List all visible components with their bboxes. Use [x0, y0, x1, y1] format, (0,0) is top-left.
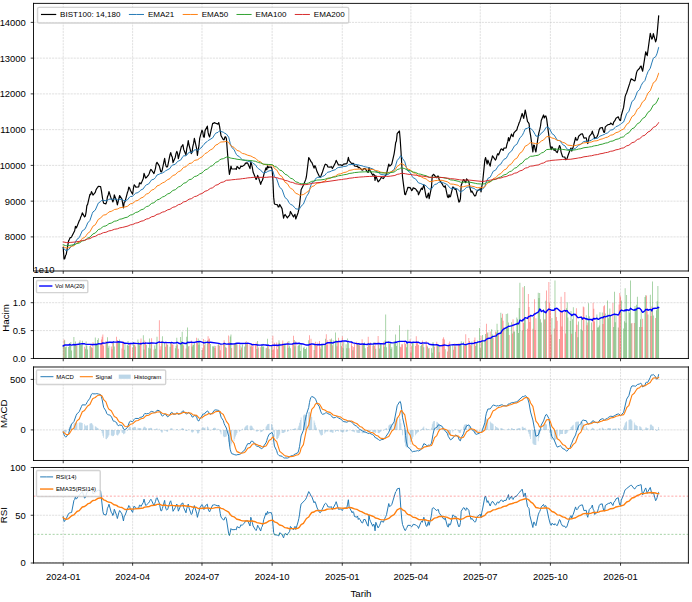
- svg-text:EMA50: EMA50: [202, 10, 229, 19]
- svg-text:12000: 12000: [0, 88, 26, 99]
- svg-text:Hacim: Hacim: [0, 304, 11, 332]
- svg-text:EMA100: EMA100: [256, 10, 287, 19]
- svg-text:10000: 10000: [0, 160, 26, 171]
- svg-text:100: 100: [10, 462, 26, 473]
- svg-text:Histogram: Histogram: [134, 374, 161, 380]
- svg-text:2026-01: 2026-01: [603, 571, 638, 582]
- svg-text:MACD: MACD: [0, 399, 9, 428]
- svg-text:Signal: Signal: [96, 374, 113, 380]
- svg-text:50: 50: [15, 510, 26, 521]
- svg-text:EMA21: EMA21: [148, 10, 175, 19]
- svg-text:RSI(14): RSI(14): [56, 474, 77, 480]
- svg-text:2025-04: 2025-04: [394, 571, 429, 582]
- svg-text:0.0: 0.0: [13, 353, 26, 364]
- svg-text:1e10: 1e10: [34, 264, 55, 275]
- svg-text:2025-10: 2025-10: [533, 571, 568, 582]
- svg-text:EMA200: EMA200: [314, 10, 345, 19]
- svg-text:8000: 8000: [5, 231, 26, 242]
- svg-text:MACD: MACD: [56, 374, 74, 380]
- svg-text:2025-07: 2025-07: [463, 571, 498, 582]
- svg-text:EMA35(RSI14): EMA35(RSI14): [56, 486, 96, 492]
- svg-text:0.5: 0.5: [13, 325, 26, 336]
- svg-text:14000: 14000: [0, 17, 26, 28]
- svg-text:9000: 9000: [5, 196, 26, 207]
- svg-text:Tarih: Tarih: [350, 588, 371, 599]
- svg-text:2025-01: 2025-01: [325, 571, 360, 582]
- svg-text:Vol MA(20): Vol MA(20): [55, 283, 85, 289]
- svg-text:1.0: 1.0: [13, 297, 26, 308]
- svg-text:2024-10: 2024-10: [255, 571, 290, 582]
- svg-text:500: 500: [10, 374, 26, 385]
- svg-text:2024-01: 2024-01: [46, 571, 81, 582]
- svg-text:0: 0: [21, 557, 26, 568]
- svg-text:13000: 13000: [0, 53, 26, 64]
- svg-text:2024-07: 2024-07: [185, 571, 220, 582]
- svg-text:BIST100: 14,180: BIST100: 14,180: [60, 10, 121, 19]
- svg-text:RSI: RSI: [0, 507, 9, 523]
- svg-text:2024-04: 2024-04: [115, 571, 150, 582]
- svg-text:0: 0: [21, 424, 26, 435]
- svg-text:11000: 11000: [0, 124, 26, 135]
